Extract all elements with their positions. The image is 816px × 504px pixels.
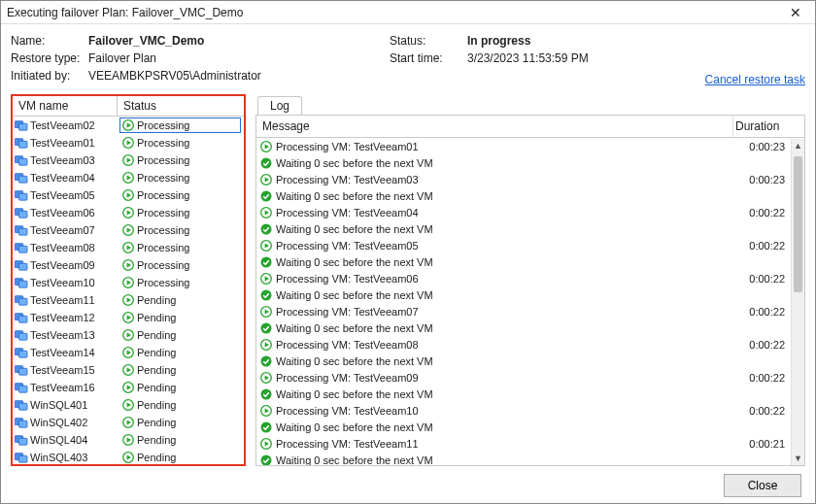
info-status-label: Status:	[390, 34, 467, 48]
list-item[interactable]: Processing VM: TestVeeam100:00:22	[256, 402, 791, 419]
list-item[interactable]: Processing VM: TestVeeam080:00:22	[256, 336, 791, 353]
table-row[interactable]: TestVeeam15Pending	[13, 361, 244, 379]
table-row[interactable]: WinSQL401Pending	[13, 396, 244, 414]
vm-status: Processing	[137, 259, 189, 271]
play-icon	[122, 399, 134, 411]
svg-rect-29	[18, 246, 27, 252]
vm-icon	[15, 417, 28, 428]
close-icon[interactable]: ✕	[782, 3, 809, 22]
play-icon	[122, 189, 134, 201]
table-row[interactable]: TestVeeam03Processing	[13, 151, 244, 169]
list-item[interactable]: Processing VM: TestVeeam070:00:22	[256, 303, 791, 319]
log-col-message[interactable]: Message	[256, 116, 732, 137]
list-item[interactable]: Waiting 0 sec before the next VM	[256, 386, 791, 402]
log-duration: 0:00:22	[736, 372, 791, 384]
log-message: Waiting 0 sec before the next VM	[276, 256, 433, 268]
log-message: Processing VM: TestVeeam09	[276, 372, 419, 384]
vm-name: TestVeeam04	[30, 172, 95, 184]
table-row[interactable]: TestVeeam09Processing	[13, 256, 244, 274]
list-item[interactable]: Waiting 0 sec before the next VM	[256, 154, 791, 171]
svg-marker-79	[127, 455, 131, 460]
vm-icon	[15, 382, 28, 393]
table-row[interactable]: TestVeeam05Processing	[13, 186, 244, 204]
table-row[interactable]: TestVeeam04Processing	[13, 169, 244, 186]
table-row[interactable]: TestVeeam11Pending	[13, 291, 244, 309]
svg-marker-15	[127, 176, 131, 181]
table-row[interactable]: TestVeeam08Processing	[13, 239, 244, 256]
vm-status: Pending	[137, 417, 176, 428]
close-button[interactable]: Close	[724, 474, 801, 497]
vm-name: TestVeeam12	[30, 312, 95, 323]
svg-rect-45	[18, 316, 27, 322]
svg-rect-13	[18, 176, 27, 183]
cancel-restore-link[interactable]: Cancel restore task	[705, 73, 805, 86]
scroll-thumb[interactable]	[794, 156, 802, 292]
list-item[interactable]: Waiting 0 sec before the next VM	[256, 353, 791, 369]
svg-rect-5	[18, 141, 27, 148]
list-item[interactable]: Processing VM: TestVeeam040:00:22	[256, 204, 791, 220]
list-item[interactable]: Processing VM: TestVeeam060:00:22	[256, 270, 791, 286]
scroll-down-icon[interactable]: ▼	[792, 452, 804, 465]
vm-status: Processing	[137, 154, 189, 166]
svg-marker-43	[127, 298, 131, 303]
list-item[interactable]: Processing VM: TestVeeam110:00:21	[256, 435, 791, 452]
table-row[interactable]: TestVeeam16Pending	[13, 379, 244, 396]
table-row[interactable]: TestVeeam14Pending	[13, 344, 244, 361]
svg-rect-73	[18, 438, 27, 445]
list-item[interactable]: Processing VM: TestVeeam010:00:23	[256, 138, 791, 154]
table-row[interactable]: TestVeeam10Processing	[13, 274, 244, 291]
list-item[interactable]: Waiting 0 sec before the next VM	[256, 286, 791, 303]
vm-status: Processing	[137, 242, 189, 253]
scroll-up-icon[interactable]: ▲	[792, 139, 804, 152]
check-icon	[260, 355, 272, 367]
check-icon	[260, 256, 272, 268]
svg-marker-47	[127, 316, 131, 320]
vm-name: TestVeeam02	[30, 119, 95, 131]
table-row[interactable]: TestVeeam07Processing	[13, 221, 244, 239]
vm-status: Pending	[137, 294, 176, 306]
vm-name: WinSQL404	[30, 434, 87, 446]
vm-col-name[interactable]: VM name	[13, 96, 118, 116]
table-row[interactable]: TestVeeam12Pending	[13, 309, 244, 326]
log-duration: 0:00:21	[736, 438, 791, 450]
table-row[interactable]: WinSQL402Pending	[13, 414, 244, 431]
titlebar[interactable]: Executing failover Plan: Failover_VMC_De…	[1, 1, 815, 24]
table-row[interactable]: TestVeeam02Processing	[13, 117, 244, 134]
info-name-label: Name:	[11, 34, 88, 48]
play-icon	[260, 273, 272, 285]
table-row[interactable]: WinSQL404Pending	[13, 431, 244, 449]
list-item[interactable]: Waiting 0 sec before the next VM	[256, 452, 791, 465]
list-item[interactable]: Processing VM: TestVeeam050:00:22	[256, 237, 791, 253]
list-item[interactable]: Waiting 0 sec before the next VM	[256, 220, 791, 237]
list-item[interactable]: Waiting 0 sec before the next VM	[256, 253, 791, 270]
log-message: Waiting 0 sec before the next VM	[276, 157, 433, 169]
log-scrollbar[interactable]: ▲ ▼	[791, 139, 804, 465]
log-col-duration[interactable]: Duration	[732, 116, 791, 137]
check-icon	[260, 289, 272, 301]
vm-status: Processing	[137, 172, 189, 184]
table-row[interactable]: TestVeeam06Processing	[13, 204, 244, 221]
svg-marker-3	[127, 123, 131, 128]
table-row[interactable]: WinSQL403Pending	[13, 449, 244, 464]
svg-marker-35	[127, 263, 131, 268]
list-item[interactable]: Processing VM: TestVeeam090:00:22	[256, 369, 791, 386]
list-item[interactable]: Waiting 0 sec before the next VM	[256, 319, 791, 336]
vm-name: TestVeeam10	[30, 277, 95, 288]
list-item[interactable]: Processing VM: TestVeeam030:00:23	[256, 171, 791, 187]
svg-point-107	[261, 388, 272, 399]
list-item[interactable]: Waiting 0 sec before the next VM	[256, 187, 791, 204]
play-icon	[122, 259, 134, 271]
table-row[interactable]: TestVeeam01Processing	[13, 134, 244, 151]
list-item[interactable]: Waiting 0 sec before the next VM	[256, 419, 791, 435]
play-icon	[122, 312, 134, 323]
vm-col-status[interactable]: Status	[118, 96, 244, 116]
tab-log[interactable]: Log	[257, 96, 302, 116]
svg-rect-69	[18, 420, 27, 427]
svg-rect-49	[18, 333, 27, 340]
play-icon	[260, 372, 272, 384]
table-row[interactable]: TestVeeam13Pending	[13, 326, 244, 344]
svg-marker-11	[127, 158, 131, 163]
info-restore-label: Restore type:	[11, 51, 88, 65]
check-icon	[260, 322, 272, 334]
info-initiated-value: VEEAMBKPSRV05\Administrator	[88, 69, 261, 83]
